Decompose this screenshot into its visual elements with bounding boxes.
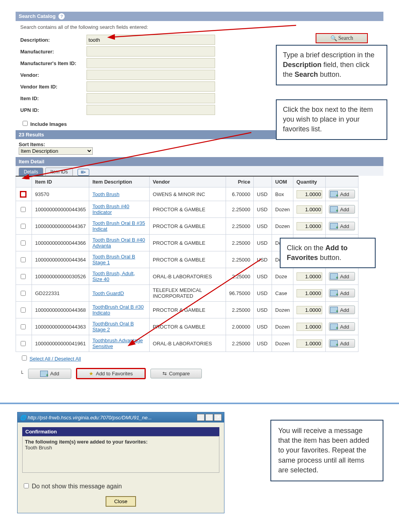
compare-button[interactable]: ⇆Compare: [150, 369, 202, 378]
vendor-label: Vendor:: [20, 72, 87, 78]
cell-currency: USD: [254, 187, 272, 201]
sort-area: Sort Items: Item Description: [16, 139, 383, 157]
expand-tabs-icon[interactable]: ▦▸: [78, 169, 89, 176]
row-checkbox[interactable]: [21, 224, 26, 229]
select-all-checkbox[interactable]: [22, 355, 27, 361]
item-description-link[interactable]: Tooth Brush #40 Indicator: [92, 203, 129, 215]
cell-vendor: PROCTOR & GAMBLE: [150, 218, 226, 235]
cell-currency: USD: [254, 201, 272, 218]
row-checkbox[interactable]: [21, 257, 26, 262]
close-button[interactable]: Close: [106, 496, 136, 507]
cell-item-id: 93570: [32, 187, 89, 201]
row-add-button[interactable]: Add: [329, 272, 355, 281]
cell-vendor: PROCTOR & GAMBLE: [150, 201, 226, 218]
vendor-item-id-input[interactable]: [87, 81, 215, 92]
quantity-input[interactable]: [297, 205, 322, 214]
minimize-icon[interactable]: _: [197, 414, 205, 421]
item-description-link[interactable]: Tooth Brush Oral B #40 Advanta: [92, 237, 145, 249]
cart-icon: [330, 290, 338, 296]
item-detail-bar: Item Detail: [16, 157, 383, 166]
item-id-input[interactable]: [87, 93, 215, 103]
cell-currency: USD: [254, 218, 272, 235]
quantity-input[interactable]: [297, 339, 322, 348]
cell-currency: USD: [254, 235, 272, 251]
select-all-link[interactable]: Select All / Deselect All: [30, 356, 81, 362]
row-checkbox[interactable]: [21, 308, 26, 313]
description-input[interactable]: [87, 35, 215, 45]
row-checkbox[interactable]: [21, 274, 26, 279]
quantity-input[interactable]: [297, 306, 322, 314]
search-button[interactable]: 🔍 Search: [316, 33, 368, 43]
cell-price: 2.25000: [226, 251, 254, 268]
vendor-input[interactable]: [87, 70, 215, 80]
dont-show-again-checkbox[interactable]: [24, 483, 29, 488]
row-add-button[interactable]: Add: [329, 339, 355, 348]
cell-item-id: GD222331: [32, 285, 89, 302]
quantity-input[interactable]: [297, 272, 322, 281]
quantity-input[interactable]: [297, 222, 322, 230]
sort-select[interactable]: Item Description: [19, 147, 93, 155]
item-description-link[interactable]: ToothBrush Oral B Stage 2: [92, 321, 134, 332]
table-row: 100000000000044367Tooth Brush Oral B #35…: [16, 218, 358, 235]
upn-id-label: UPN ID:: [20, 107, 87, 113]
row-checkbox[interactable]: [21, 192, 26, 197]
manufacturer-item-id-input[interactable]: [87, 58, 215, 68]
row-add-button[interactable]: Add: [329, 306, 355, 314]
tab-details[interactable]: Details: [19, 168, 43, 176]
item-description-link[interactable]: ToothBrush Oral B #30 Indicato: [92, 304, 144, 316]
row-checkbox[interactable]: [21, 207, 26, 212]
cell-price: 96.75000: [226, 285, 254, 302]
item-description-link[interactable]: Tooth Brush Oral B #35 Indicat: [92, 220, 145, 232]
cell-currency: USD: [254, 268, 272, 285]
compare-icon: ⇆: [162, 371, 167, 376]
add-to-favorites-button[interactable]: ★Add to Favorites: [76, 368, 146, 379]
tab-item-ids[interactable]: Item IDs: [45, 168, 73, 176]
cell-vendor: PROCTOR & GAMBLE: [150, 302, 226, 318]
row-add-button[interactable]: Add: [329, 205, 355, 214]
item-description-link[interactable]: Tooth Brush: [92, 191, 119, 197]
item-id-label: Item ID:: [20, 95, 87, 101]
bottom-add-button[interactable]: Add: [28, 369, 71, 379]
item-description-link[interactable]: Tooth Brush Oral B Stage 1: [92, 254, 135, 265]
cell-vendor: PROCTOR & GAMBLE: [150, 318, 226, 335]
description-label: Description:: [20, 37, 87, 43]
quantity-input[interactable]: [297, 323, 322, 331]
col-item-id: Item ID: [32, 176, 89, 187]
close-icon[interactable]: ✕: [214, 414, 222, 421]
callout-3: Click on the Add to Favorites button.: [280, 238, 376, 268]
cell-item-id: 100000000000044364: [32, 251, 89, 268]
cell-uom: Case: [272, 285, 293, 302]
row-checkbox[interactable]: [21, 240, 26, 246]
cart-icon: [40, 371, 48, 377]
cart-icon: [330, 307, 338, 313]
upn-id-input[interactable]: [87, 105, 215, 115]
cell-item-id: 100000000000044368: [32, 302, 89, 318]
confirmation-item: Tooth Brush: [25, 445, 217, 451]
include-images-checkbox[interactable]: [23, 121, 28, 126]
dialog-url: http://pst-fnwb.hscs.virginia.edu:7070/p…: [28, 415, 196, 421]
quantity-input[interactable]: [297, 190, 322, 198]
cart-icon: [330, 223, 338, 229]
row-checkbox[interactable]: [21, 341, 26, 346]
maximize-icon[interactable]: □: [205, 414, 213, 421]
row-add-button[interactable]: Add: [329, 289, 355, 297]
table-row: 100000000000044365Tooth Brush #40 Indica…: [16, 201, 358, 218]
manufacturer-input[interactable]: [87, 46, 215, 57]
item-description-link[interactable]: Tooth GuardD: [92, 290, 124, 296]
row-add-button[interactable]: Add: [329, 322, 355, 331]
row-checkbox[interactable]: [21, 291, 26, 296]
item-description-link[interactable]: Toothbrush Advantage Sensitive: [92, 338, 143, 349]
page-wrapper: Search Catalog ? Search contains all of …: [0, 0, 399, 395]
cell-item-id: 100000000000044365: [32, 201, 89, 218]
help-icon[interactable]: ?: [58, 13, 65, 19]
row-add-button[interactable]: Add: [329, 190, 355, 198]
ie-icon: 🌐: [20, 415, 26, 421]
row-checkbox[interactable]: [21, 324, 26, 329]
cell-vendor: PROCTOR & GAMBLE: [150, 235, 226, 251]
manufacturer-label: Manufacturer:: [20, 49, 87, 55]
quantity-input[interactable]: [297, 289, 322, 297]
cell-price: 2.25000: [226, 235, 254, 251]
cell-price: 6.70000: [226, 187, 254, 201]
item-description-link[interactable]: Tooth Brush, Adult, Size 40: [92, 270, 135, 282]
row-add-button[interactable]: Add: [329, 222, 355, 230]
